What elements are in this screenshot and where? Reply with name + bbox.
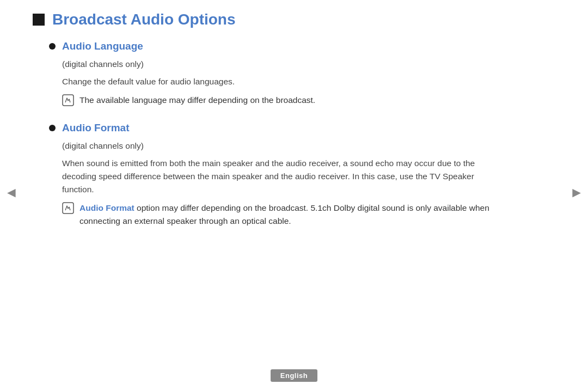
page-title-row: Broadcast Audio Options: [33, 11, 490, 28]
audio-format-note-row: Audio Format option may differ depending…: [62, 202, 490, 228]
audio-language-section: Audio Language (digital channels only) C…: [49, 40, 490, 109]
footer: English: [0, 367, 588, 384]
audio-language-header: Audio Language: [49, 40, 490, 52]
left-nav-arrow[interactable]: ◄: [4, 184, 19, 200]
audio-language-note: The available language may differ depend…: [79, 94, 315, 107]
right-nav-arrow[interactable]: ►: [569, 184, 584, 200]
audio-language-note-row: The available language may differ depend…: [62, 94, 490, 109]
note-pencil-icon: [62, 94, 74, 109]
audio-format-digital-only: (digital channels only): [62, 139, 490, 153]
audio-format-section: Audio Format (digital channels only) Whe…: [49, 122, 490, 228]
audio-language-digital-only: (digital channels only): [62, 58, 490, 71]
page-title: Broadcast Audio Options: [52, 11, 236, 28]
audio-format-note-highlight: Audio Format: [79, 203, 134, 212]
audio-format-body: (digital channels only) When sound is em…: [62, 139, 490, 228]
note-pencil-icon-2: [62, 202, 74, 217]
audio-format-note: Audio Format option may differ depending…: [79, 202, 490, 228]
title-square-icon: [33, 14, 45, 26]
audio-format-description: When sound is emitted from both the main…: [62, 157, 490, 196]
audio-language-description: Change the default value for audio langu…: [62, 75, 490, 88]
main-content: Broadcast Audio Options Audio Language (…: [0, 0, 534, 252]
language-badge[interactable]: English: [271, 369, 317, 382]
audio-language-body: (digital channels only) Change the defau…: [62, 58, 490, 109]
audio-language-title: Audio Language: [62, 40, 143, 52]
bullet-dot-icon: [49, 43, 56, 50]
audio-format-header: Audio Format: [49, 122, 490, 134]
bullet-dot-icon-2: [49, 125, 56, 131]
audio-format-title: Audio Format: [62, 122, 130, 134]
audio-format-note-text: option may differ depending on the broad…: [79, 203, 489, 225]
